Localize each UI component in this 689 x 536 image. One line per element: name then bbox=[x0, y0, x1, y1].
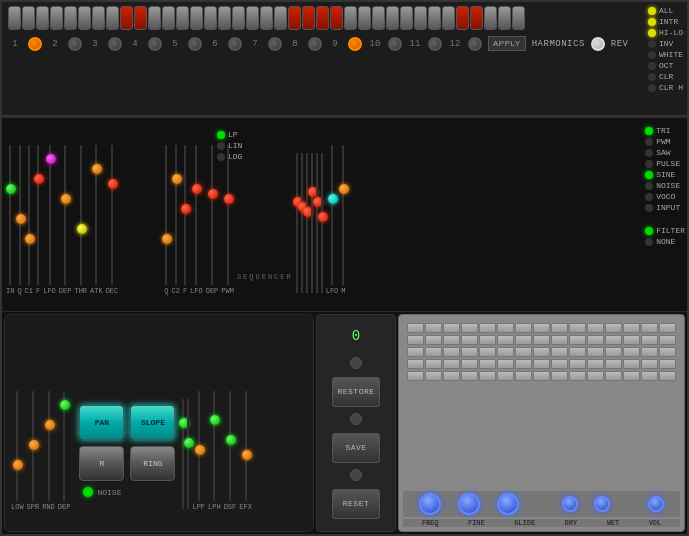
key-29[interactable] bbox=[400, 6, 413, 30]
harm-knob-8[interactable] bbox=[308, 37, 322, 51]
vol-knob[interactable] bbox=[648, 496, 664, 512]
key-32[interactable] bbox=[442, 6, 455, 30]
reset-indicator[interactable] bbox=[350, 469, 362, 481]
fader-lfo2[interactable]: LFO bbox=[190, 145, 203, 295]
fx-fader-mid2[interactable] bbox=[187, 399, 189, 511]
fader-seq5[interactable] bbox=[316, 153, 318, 295]
osc-tri[interactable]: TRI bbox=[645, 126, 685, 135]
harm-knob-4[interactable] bbox=[148, 37, 162, 51]
key-37[interactable] bbox=[512, 6, 525, 30]
harm-knob-5[interactable] bbox=[188, 37, 202, 51]
fader-f2[interactable]: F bbox=[183, 145, 187, 295]
fader-c1[interactable]: C1 bbox=[25, 145, 33, 295]
freq-knob[interactable] bbox=[419, 493, 441, 515]
key-36[interactable] bbox=[498, 6, 511, 30]
harm-knob-12[interactable] bbox=[468, 37, 482, 51]
restore-button[interactable]: RESTORE bbox=[332, 377, 380, 407]
fx-fader-dsf[interactable]: DSF bbox=[224, 391, 237, 511]
apply-harmonics-button[interactable]: APPLY bbox=[488, 36, 526, 51]
reset-button[interactable]: RESET bbox=[332, 489, 380, 519]
harm-knob-11[interactable] bbox=[428, 37, 442, 51]
fader-q1[interactable]: Q bbox=[17, 145, 21, 295]
key-26[interactable] bbox=[358, 6, 371, 30]
fader-seq3[interactable] bbox=[306, 153, 308, 295]
key-4[interactable] bbox=[50, 6, 63, 30]
osc-noise[interactable]: NOISE bbox=[645, 181, 685, 190]
fader-c2[interactable]: C2 bbox=[171, 145, 179, 295]
fx-fader-low[interactable]: LOW bbox=[11, 391, 24, 511]
key-15[interactable] bbox=[204, 6, 217, 30]
ring-button[interactable]: RING bbox=[130, 446, 175, 481]
harm-knob-9[interactable] bbox=[348, 37, 362, 51]
harm-knob-7[interactable] bbox=[268, 37, 282, 51]
harm-knob-rev[interactable] bbox=[591, 37, 605, 51]
key-34[interactable] bbox=[470, 6, 483, 30]
save-button[interactable]: SAVE bbox=[332, 433, 380, 463]
key-27[interactable] bbox=[372, 6, 385, 30]
key-6[interactable] bbox=[78, 6, 91, 30]
fx-fader-lph[interactable]: LPH bbox=[208, 391, 221, 511]
right-label-oct[interactable]: OCT bbox=[648, 61, 683, 70]
fader-seq7[interactable]: LFO bbox=[326, 145, 339, 295]
key-16[interactable] bbox=[218, 6, 231, 30]
key-12[interactable] bbox=[162, 6, 175, 30]
restore-indicator[interactable] bbox=[350, 357, 362, 369]
key-3[interactable] bbox=[36, 6, 49, 30]
osc-filter[interactable]: FILTER bbox=[645, 226, 685, 235]
fine-knob[interactable] bbox=[458, 493, 480, 515]
harm-knob-1[interactable] bbox=[28, 37, 42, 51]
fader-dec[interactable]: DEC bbox=[106, 145, 119, 295]
harm-knob-10[interactable] bbox=[388, 37, 402, 51]
r-button[interactable]: R bbox=[79, 446, 124, 481]
fx-fader-efx[interactable]: EFX bbox=[239, 391, 252, 511]
key-11[interactable] bbox=[148, 6, 161, 30]
osc-sine[interactable]: SINE bbox=[645, 170, 685, 179]
right-label-all[interactable]: ALL bbox=[648, 6, 683, 15]
key-35[interactable] bbox=[484, 6, 497, 30]
osc-voco[interactable]: VOCO bbox=[645, 192, 685, 201]
osc-pwm[interactable]: PWM bbox=[645, 137, 685, 146]
key-31[interactable] bbox=[428, 6, 441, 30]
fader-seq8[interactable]: M bbox=[341, 145, 345, 295]
fader-seq1[interactable] bbox=[296, 153, 298, 295]
key-17[interactable] bbox=[232, 6, 245, 30]
key-25[interactable] bbox=[344, 6, 357, 30]
wet-knob[interactable] bbox=[594, 496, 610, 512]
key-1[interactable] bbox=[8, 6, 21, 30]
fader-seq6[interactable] bbox=[321, 153, 323, 295]
fader-pwm[interactable]: PWM bbox=[221, 145, 234, 295]
fader-thr[interactable]: THR bbox=[74, 145, 87, 295]
fx-fader-dep[interactable]: DEP bbox=[58, 391, 71, 511]
key-10[interactable] bbox=[134, 6, 147, 30]
glide-knob[interactable] bbox=[497, 493, 519, 515]
fader-seq4[interactable] bbox=[311, 153, 313, 295]
osc-saw[interactable]: SAW bbox=[645, 148, 685, 157]
key-21[interactable] bbox=[288, 6, 301, 30]
key-13[interactable] bbox=[176, 6, 189, 30]
fader-seq2[interactable] bbox=[301, 153, 303, 295]
key-19[interactable] bbox=[260, 6, 273, 30]
key-28[interactable] bbox=[386, 6, 399, 30]
osc-pulse[interactable]: PULSE bbox=[645, 159, 685, 168]
osc-input[interactable]: INPUT bbox=[645, 203, 685, 212]
fx-fader-mid1[interactable] bbox=[182, 399, 184, 511]
key-22[interactable] bbox=[302, 6, 315, 30]
fader-dep2[interactable]: DEP bbox=[206, 145, 219, 295]
osc-none[interactable]: NONE bbox=[645, 237, 685, 246]
fader-q2[interactable]: Q bbox=[164, 145, 168, 295]
slope-button[interactable]: SLOPE bbox=[130, 405, 175, 440]
right-label-inv[interactable]: INV bbox=[648, 39, 683, 48]
harm-knob-6[interactable] bbox=[228, 37, 242, 51]
key-8[interactable] bbox=[106, 6, 119, 30]
fader-f1[interactable]: F bbox=[36, 145, 40, 295]
key-2[interactable] bbox=[22, 6, 35, 30]
pan-button[interactable]: PAN bbox=[79, 405, 124, 440]
fader-dep1[interactable]: DEP bbox=[59, 145, 72, 295]
fader-atk[interactable]: ATK bbox=[90, 145, 103, 295]
key-30[interactable] bbox=[414, 6, 427, 30]
harm-knob-2[interactable] bbox=[68, 37, 82, 51]
key-18[interactable] bbox=[246, 6, 259, 30]
key-7[interactable] bbox=[92, 6, 105, 30]
fader-lfo1[interactable]: LFO bbox=[43, 145, 56, 295]
fx-fader-spr[interactable]: SPR bbox=[27, 391, 40, 511]
